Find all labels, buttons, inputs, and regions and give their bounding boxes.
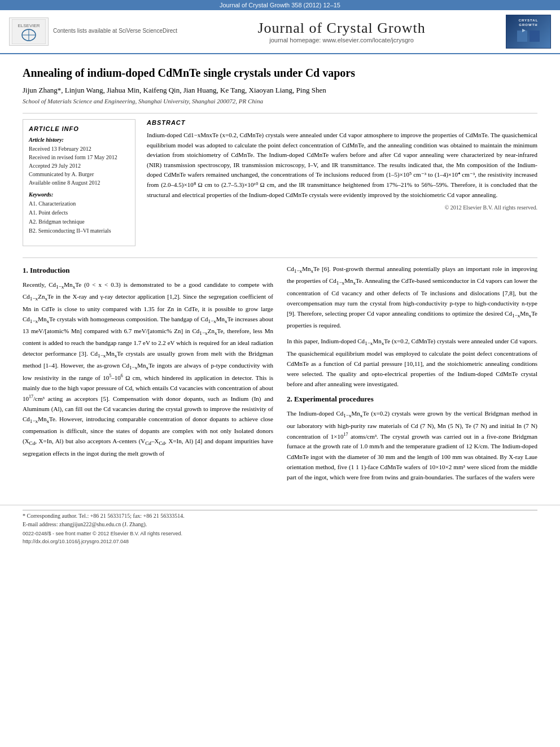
accepted-date: Accepted 29 July 2012 bbox=[29, 161, 129, 170]
revised-date: Received in revised form 17 May 2012 bbox=[29, 153, 129, 161]
authors: Jijun Zhang*, Linjun Wang, Jiahua Min, K… bbox=[23, 86, 537, 95]
svg-rect-6 bbox=[530, 30, 540, 42]
keyword-2: A1. Point defects bbox=[29, 208, 129, 217]
logo-brand: CRYSTAL bbox=[519, 19, 539, 22]
abstract-text: Indium-doped Cd1−xMnxTe (x=0.2, CdMnTe) … bbox=[147, 130, 537, 200]
communicated-by: Communicated by A. Burger bbox=[29, 170, 129, 178]
keywords-label: Keywords: bbox=[29, 191, 129, 198]
keyword-4: B2. Semiconducting II–VI materials bbox=[29, 226, 129, 235]
isolated-donors: Isolated donors bbox=[234, 427, 273, 434]
history-label: Article history: bbox=[29, 137, 129, 143]
keyword-1: A1. Characterization bbox=[29, 199, 129, 208]
sciverse-text: Contents lists available at SciVerse Sci… bbox=[53, 28, 177, 34]
header-left: ELSEVIER Contents lists available at Sci… bbox=[9, 18, 177, 46]
journal-homepage: journal homepage: www.elsevier.com/locat… bbox=[177, 37, 506, 43]
info-abstract-section: ARTICLE INFO Article history: Received 1… bbox=[23, 119, 537, 246]
history-section: Article history: Received 13 February 20… bbox=[29, 137, 129, 187]
keyword-3: A2. Bridgman technique bbox=[29, 217, 129, 226]
online-date: Available online 8 August 2012 bbox=[29, 178, 129, 187]
email-note: E-mail address: zhangjijun222@shu.edu.cn… bbox=[23, 521, 537, 527]
paper-title: Annealing of indium-doped CdMnTe single … bbox=[23, 65, 537, 80]
elsevier-logo: ELSEVIER bbox=[9, 18, 49, 46]
body-section: 1. Introduction Recently, Cd1−xMnxTe (0 … bbox=[23, 264, 537, 488]
keywords-section: Keywords: A1. Characterization A1. Point… bbox=[29, 191, 129, 235]
journal-citation: Journal of Crystal Growth 358 (2012) 12–… bbox=[220, 2, 340, 8]
article-info-heading: ARTICLE INFO bbox=[29, 125, 129, 132]
footer-issn: 0022-0248/$ - see front matter © 2012 El… bbox=[23, 530, 537, 538]
section1-heading: Introduction bbox=[30, 266, 70, 274]
article-info-box: ARTICLE INFO Article history: Received 1… bbox=[23, 119, 135, 246]
crystal-growth-logo: CRYSTAL GROWTH bbox=[506, 15, 551, 49]
body-left-col: 1. Introduction Recently, Cd1−xMnxTe (0 … bbox=[23, 264, 273, 488]
journal-title: Journal of Crystal Growth bbox=[177, 20, 506, 37]
top-bar: Journal of Crystal Growth 358 (2012) 12–… bbox=[0, 0, 560, 10]
sciverse-info: Contents lists available at SciVerse Sci… bbox=[53, 28, 177, 36]
section1-para-right1: Cd1−xMnxTe [6]. Post-growth thermal anne… bbox=[287, 264, 537, 330]
homepage-text: journal homepage: www.elsevier.com/locat… bbox=[269, 37, 414, 43]
body-right-col: Cd1−xMnxTe [6]. Post-growth thermal anne… bbox=[287, 264, 537, 488]
footer-doi: http://dx.doi.org/10.1016/j.jcrysgro.201… bbox=[23, 538, 537, 545]
divider1 bbox=[23, 113, 537, 113]
copyright: © 2012 Elsevier B.V. All rights reserved… bbox=[147, 204, 537, 211]
doi-text: http://dx.doi.org/10.1016/j.jcrysgro.201… bbox=[23, 539, 129, 544]
affiliation: School of Materials Science and Engineer… bbox=[23, 98, 537, 104]
section2-para1: The Indium-doped Cd1−xMnxTe (x=0.2) crys… bbox=[287, 408, 537, 482]
section1-para-right2: In this paper, Indium-doped Cd1−xMnxTe (… bbox=[287, 336, 537, 389]
svg-text:ELSEVIER: ELSEVIER bbox=[18, 23, 40, 28]
logo-brand2: GROWTH bbox=[519, 23, 537, 27]
section1-para1: Recently, Cd1−xMnxTe (0 < x < 0.3) is de… bbox=[23, 279, 273, 458]
footer-area: * Corresponding author. Tel.: +86 21 563… bbox=[0, 505, 560, 551]
divider2 bbox=[23, 257, 537, 258]
received-date: Received 13 February 2012 bbox=[29, 145, 129, 153]
section1-number: 1. bbox=[23, 266, 28, 274]
section2-title: 2. Experimental procedures bbox=[287, 395, 537, 404]
section1-title: 1. Introduction bbox=[23, 266, 273, 275]
article-info-col: ARTICLE INFO Article history: Received 1… bbox=[23, 119, 135, 246]
journal-header: ELSEVIER Contents lists available at Sci… bbox=[0, 10, 560, 54]
abstract-section: ABSTRACT Indium-doped Cd1−xMnxTe (x=0.2,… bbox=[147, 119, 537, 246]
journal-title-area: Journal of Crystal Growth journal homepa… bbox=[177, 20, 506, 43]
abstract-heading: ABSTRACT bbox=[147, 119, 537, 126]
paper-content: Annealing of indium-doped CdMnTe single … bbox=[0, 54, 560, 499]
corresponding-note: * Corresponding author. Tel.: +86 21 563… bbox=[23, 510, 537, 519]
issn-text: 0022-0248/$ - see front matter © 2012 El… bbox=[23, 531, 182, 536]
